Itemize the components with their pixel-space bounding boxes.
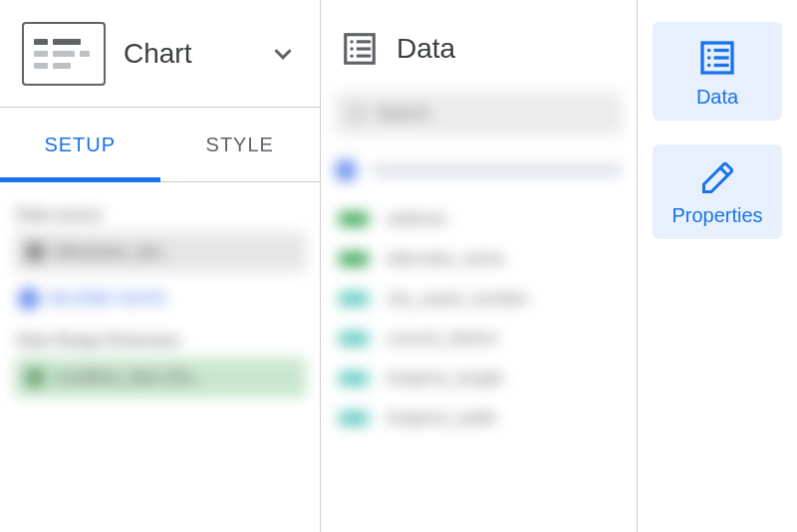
table-chart-icon bbox=[22, 22, 106, 86]
right-rail: Data Properties bbox=[638, 0, 797, 532]
blend-icon bbox=[18, 288, 40, 310]
source-dot-icon bbox=[335, 159, 357, 181]
setup-style-tabs: SETUP STYLE bbox=[0, 108, 320, 182]
rail-tab-properties[interactable]: Properties bbox=[653, 144, 782, 239]
database-icon bbox=[341, 30, 379, 68]
tab-setup[interactable]: SETUP bbox=[0, 108, 160, 181]
field-item[interactable]: city_asset_number bbox=[339, 289, 619, 309]
field-item[interactable]: address bbox=[339, 209, 619, 229]
field-name: council_district bbox=[387, 329, 498, 349]
field-type-chip bbox=[339, 372, 369, 386]
rail-tab-data-label: Data bbox=[696, 86, 738, 109]
field-name: city_asset_number bbox=[387, 289, 529, 309]
svg-point-10 bbox=[707, 56, 711, 60]
field-name: footprint_width bbox=[387, 408, 497, 428]
date-range-label: Date Range Dimension bbox=[16, 332, 304, 350]
field-name: alternate_name bbox=[387, 249, 504, 269]
data-panel-header: Data bbox=[321, 14, 637, 92]
chart-panel: Chart SETUP STYLE Data source bikeshare_… bbox=[0, 0, 321, 532]
chart-type-selector[interactable]: Chart bbox=[0, 0, 320, 108]
svg-point-3 bbox=[350, 47, 353, 50]
field-search-input[interactable]: Search bbox=[335, 92, 623, 135]
field-name: footprint_length bbox=[387, 369, 503, 389]
data-panel-title: Data bbox=[397, 33, 455, 65]
date-range-name: modified_date (Da... bbox=[54, 368, 206, 388]
data-source-row[interactable] bbox=[335, 159, 623, 181]
field-item[interactable]: footprint_width bbox=[339, 408, 619, 428]
date-range-chip[interactable]: modified_date (Da... bbox=[14, 358, 306, 398]
data-source-name: bikeshare_sta... bbox=[54, 242, 173, 262]
field-type-chip bbox=[339, 411, 369, 425]
svg-point-5 bbox=[350, 54, 353, 57]
search-icon bbox=[349, 106, 365, 122]
data-fields-panel: Data Search addressalternate_namecity_as… bbox=[321, 0, 638, 532]
field-item[interactable]: footprint_length bbox=[339, 369, 619, 389]
data-source-label: Data source bbox=[16, 206, 304, 224]
data-source-chip[interactable]: bikeshare_sta... bbox=[14, 232, 306, 272]
field-item[interactable]: council_district bbox=[339, 329, 619, 349]
field-type-chip bbox=[339, 252, 369, 266]
database-icon bbox=[697, 38, 737, 78]
blend-data-button[interactable]: BLEND DATA bbox=[14, 282, 306, 324]
rail-tab-properties-label: Properties bbox=[671, 204, 762, 227]
field-item[interactable]: alternate_name bbox=[339, 249, 619, 269]
chevron-down-icon bbox=[268, 39, 298, 69]
calendar-icon bbox=[26, 369, 44, 387]
field-type-chip bbox=[339, 332, 369, 346]
setup-body: Data source bikeshare_sta... BLEND DATA … bbox=[0, 182, 320, 413]
blend-label: BLEND DATA bbox=[50, 289, 167, 309]
chart-type-label: Chart bbox=[124, 38, 250, 70]
svg-point-12 bbox=[707, 64, 711, 68]
pencil-icon bbox=[699, 160, 735, 196]
field-name: address bbox=[387, 209, 446, 229]
search-placeholder: Search bbox=[377, 104, 430, 124]
field-type-chip bbox=[339, 292, 369, 306]
pencil-icon bbox=[26, 243, 44, 261]
field-type-chip bbox=[339, 212, 369, 226]
rail-tab-data[interactable]: Data bbox=[653, 22, 782, 121]
svg-point-8 bbox=[707, 49, 711, 53]
svg-point-1 bbox=[350, 40, 353, 43]
source-name bbox=[371, 165, 623, 175]
tab-style[interactable]: STYLE bbox=[160, 108, 321, 181]
